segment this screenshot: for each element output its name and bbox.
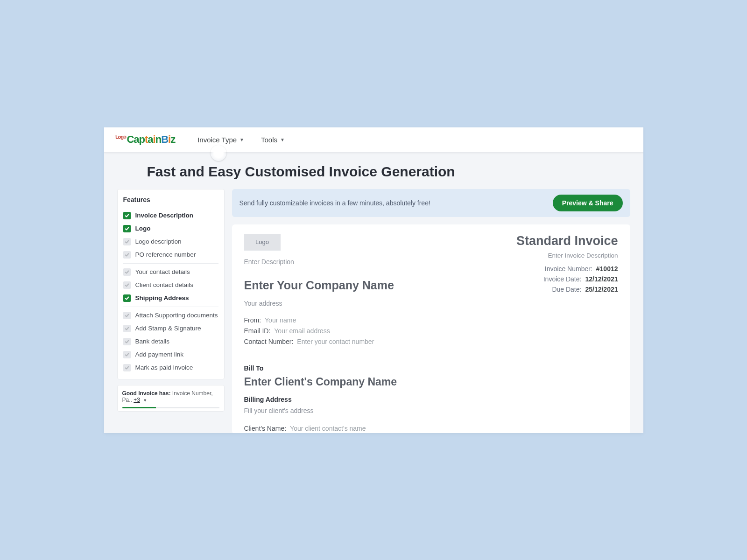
billing-address-input[interactable]: Fill your client's address: [244, 407, 618, 414]
email-input[interactable]: Your email address: [274, 327, 330, 335]
description-input[interactable]: Enter Description: [244, 258, 394, 266]
company-name-input[interactable]: Enter Your Company Name: [244, 279, 394, 292]
billing-address-title: Billing Address: [244, 396, 618, 403]
feature-label: Logo: [135, 225, 151, 232]
billto-title: Bill To: [244, 364, 618, 372]
feature-item[interactable]: Add Stamp & Signature: [123, 322, 218, 335]
from-label: From:: [244, 316, 261, 324]
invoice-title[interactable]: Standard Invoice: [516, 234, 618, 248]
client-company-input[interactable]: Enter Client's Company Name: [244, 376, 618, 388]
feature-item[interactable]: Client contact details: [123, 279, 218, 292]
feature-label: Attach Supporting documents: [135, 312, 218, 319]
checkbox-icon[interactable]: [123, 212, 131, 219]
checkbox-icon[interactable]: [123, 294, 131, 302]
features-card: Features Invoice DescriptionLogoLogo des…: [117, 189, 225, 379]
nav-label: Tools: [261, 136, 277, 144]
invoice-date-row: Invoice Date: 12/12/2021: [516, 274, 618, 284]
contact-input[interactable]: Enter your contact number: [297, 338, 374, 345]
sidebar: Features Invoice DescriptionLogoLogo des…: [117, 189, 225, 412]
banner: Send fully customizable invoices in a fe…: [232, 189, 630, 217]
feature-item[interactable]: PO reference number: [123, 248, 218, 261]
tip-more-link[interactable]: +3: [134, 397, 140, 403]
logo-prefix: Logo: [115, 134, 126, 140]
feature-label: Bank details: [135, 338, 170, 345]
feature-label: Add Stamp & Signature: [135, 325, 201, 332]
feature-label: Shipping Address: [135, 294, 189, 301]
contact-label: Contact Number:: [244, 338, 294, 345]
brand-logo[interactable]: Logo CaptainBiz: [115, 133, 176, 146]
client-name-label: Client's Name:: [244, 425, 287, 432]
feature-item[interactable]: Mark as paid Invoice: [123, 361, 218, 374]
from-block: From: Your name Email ID: Your email add…: [244, 316, 618, 353]
feature-label: PO reference number: [135, 251, 196, 258]
checkbox-icon[interactable]: [123, 251, 131, 259]
feature-label: Logo description: [135, 238, 182, 245]
invoice-card: Logo Enter Description Enter Your Compan…: [232, 224, 630, 433]
tip-card[interactable]: Good Invoice has: Invoice Number, Pa.. +…: [117, 385, 225, 412]
checkbox-icon[interactable]: [123, 364, 131, 371]
due-date-row: Due Date: 25/12/2021: [516, 284, 618, 294]
feature-item[interactable]: Shipping Address: [123, 292, 218, 305]
feature-label: Client contact details: [135, 281, 194, 288]
logo-text: CaptainBiz: [127, 133, 175, 146]
chevron-down-icon: ▼: [143, 398, 147, 403]
feature-item[interactable]: Attach Supporting documents: [123, 309, 218, 322]
checkbox-icon[interactable]: [123, 351, 131, 358]
checkbox-icon[interactable]: [123, 225, 131, 232]
from-name-input[interactable]: Your name: [265, 316, 296, 324]
chevron-down-icon: ▼: [240, 137, 244, 142]
nav-label: Invoice Type: [197, 136, 237, 144]
invoice-number-value[interactable]: #10012: [596, 265, 618, 273]
checkbox-icon[interactable]: [123, 312, 131, 319]
feature-item[interactable]: Bank details: [123, 335, 218, 348]
app-frame: Logo CaptainBiz Invoice Type ▼ Tools ▼ F…: [104, 127, 643, 433]
nav-tools[interactable]: Tools ▼: [261, 136, 285, 144]
invoice-date-value[interactable]: 12/12/2021: [585, 275, 618, 283]
logo-upload[interactable]: Logo: [244, 234, 281, 251]
company-address-input[interactable]: Your address: [244, 300, 394, 307]
due-date-label: Due Date:: [552, 286, 581, 293]
feature-label: Invoice Description: [135, 212, 194, 219]
cursor-indicator: [211, 145, 226, 161]
feature-item[interactable]: Invoice Description: [123, 209, 218, 222]
topbar: Logo CaptainBiz Invoice Type ▼ Tools ▼: [104, 127, 643, 153]
invoice-number-row: Invoice Number: #10012: [516, 264, 618, 274]
checkbox-icon[interactable]: [123, 325, 131, 332]
preview-share-button[interactable]: Preview & Share: [553, 195, 623, 211]
checkbox-icon[interactable]: [123, 268, 131, 276]
checkbox-icon[interactable]: [123, 338, 131, 345]
invoice-date-label: Invoice Date:: [543, 275, 582, 283]
feature-label: Mark as paid Invoice: [135, 364, 193, 371]
features-title: Features: [123, 196, 218, 203]
checkbox-icon[interactable]: [123, 281, 131, 289]
invoice-number-label: Invoice Number:: [545, 265, 592, 273]
due-date-value[interactable]: 25/12/2021: [585, 286, 618, 293]
tip-progress: [122, 407, 219, 408]
feature-item[interactable]: Logo: [123, 222, 218, 235]
nav: Invoice Type ▼ Tools ▼: [197, 136, 285, 144]
billto-block: Bill To Enter Client's Company Name Bill…: [244, 364, 618, 432]
tip-label: Good Invoice has:: [122, 390, 171, 397]
nav-invoice-type[interactable]: Invoice Type ▼: [197, 136, 244, 144]
checkbox-icon[interactable]: [123, 238, 131, 245]
feature-item[interactable]: Logo description: [123, 235, 218, 248]
main-column: Send fully customizable invoices in a fe…: [232, 189, 630, 433]
feature-label: Add payment link: [135, 351, 184, 358]
page-title: Fast and Easy Customised Invoice Generat…: [104, 153, 643, 189]
feature-item[interactable]: Add payment link: [123, 348, 218, 361]
invoice-description-input[interactable]: Enter Invoice Description: [516, 252, 618, 259]
feature-item[interactable]: Your contact details: [123, 266, 218, 279]
feature-label: Your contact details: [135, 268, 190, 275]
email-label: Email ID:: [244, 327, 271, 335]
chevron-down-icon: ▼: [280, 137, 285, 142]
banner-text: Send fully customizable invoices in a fe…: [240, 199, 430, 207]
client-name-input[interactable]: Your client contact's name: [290, 425, 366, 432]
